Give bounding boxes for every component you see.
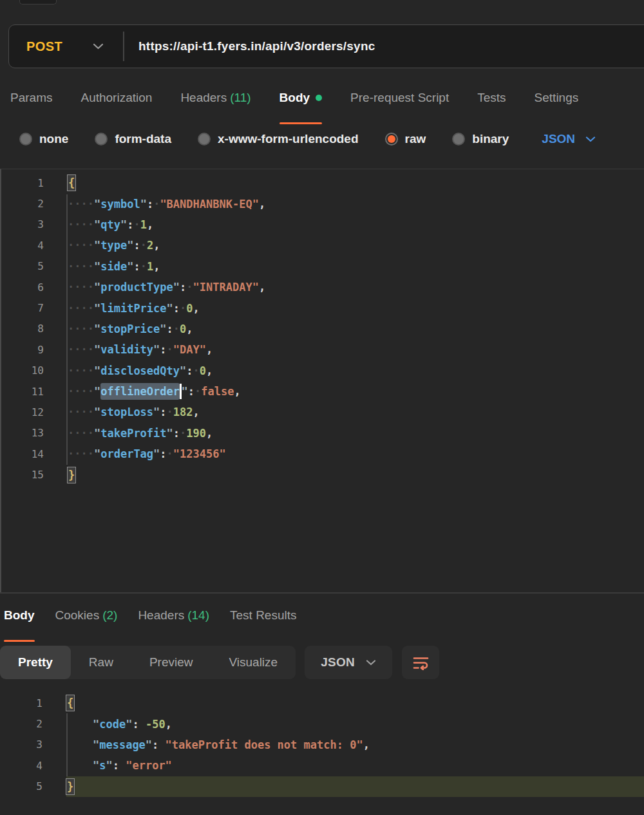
radio-button-icon[interactable] (95, 133, 108, 145)
radio-button-icon[interactable] (385, 133, 398, 145)
code-line[interactable]: 9····"validity":·"DAY", (1, 339, 644, 360)
code-content[interactable]: ····"takeProfit":·190, (68, 427, 644, 440)
code-content[interactable]: ····"side":·1, (68, 260, 644, 273)
response-tab-headers[interactable]: Headers(14) (138, 608, 209, 633)
request-url-bar: POST https://api-t1.fyers.in/api/v3/orde… (8, 24, 644, 68)
view-raw[interactable]: Raw (71, 646, 131, 679)
unsaved-changes-dot-icon (316, 95, 322, 101)
tab-label: Tests (477, 91, 506, 104)
word-wrap-icon (412, 655, 430, 670)
line-number: 9 (1, 344, 45, 356)
code-line[interactable]: 5····"side":·1, (1, 256, 644, 277)
code-content[interactable]: ····"disclosedQty":·0, (68, 364, 644, 377)
code-content[interactable]: "message": "takeProfit does not match: 0… (66, 738, 644, 751)
code-line[interactable]: 1{ (1, 173, 644, 193)
response-tab-test-results[interactable]: Test Results (230, 608, 296, 633)
radio-button-icon[interactable] (452, 133, 465, 145)
tab-authorization[interactable]: Authorization (80, 90, 152, 116)
code-content[interactable]: } (68, 467, 644, 483)
code-content[interactable]: "s": "error" (66, 759, 644, 772)
code-line[interactable]: 3 "message": "takeProfit does not match:… (0, 735, 644, 755)
response-tab-body[interactable]: Body (4, 608, 35, 633)
code-line[interactable]: 7····"limitPrice":·0, (1, 297, 644, 318)
code-content[interactable]: ····"stopLoss":·182, (68, 406, 644, 418)
tab-tests[interactable]: Tests (477, 90, 506, 116)
chevron-down-icon (585, 136, 596, 142)
code-line[interactable]: 14····"orderTag":·"123456" (1, 444, 644, 464)
response-format-dropdown[interactable]: JSON (305, 646, 392, 679)
line-number: 4 (0, 760, 44, 772)
line-number: 7 (1, 302, 45, 314)
word-wrap-button[interactable] (402, 646, 439, 679)
radio-button-icon[interactable] (198, 133, 211, 145)
body-type-option-x-www-form-urlencoded[interactable]: x-www-form-urlencoded (198, 132, 359, 146)
tab-headers[interactable]: Headers(11) (180, 90, 251, 116)
code-content[interactable]: ····"stopPrice":·0, (68, 323, 644, 335)
code-line[interactable]: 3····"qty":·1, (1, 214, 644, 235)
response-pane-divider[interactable] (0, 592, 644, 594)
body-type-option-form-data[interactable]: form-data (95, 132, 171, 146)
code-content[interactable]: ····"symbol":·"BANDHANBNK-EQ", (68, 198, 644, 211)
code-line[interactable]: 13····"takeProfit":·190, (1, 423, 644, 444)
code-content[interactable]: "code": -50, (66, 718, 644, 731)
response-view-switcher: PrettyRawPreviewVisualize (0, 646, 296, 679)
response-tab-cookies[interactable]: Cookies(2) (55, 608, 118, 633)
code-line[interactable]: 5} (0, 776, 644, 797)
body-type-label: x-www-form-urlencoded (218, 132, 359, 146)
view-pretty[interactable]: Pretty (0, 646, 71, 679)
tab-params[interactable]: Params (10, 90, 52, 116)
code-content[interactable]: ····"limitPrice":·0, (68, 302, 644, 315)
view-visualize[interactable]: Visualize (211, 646, 296, 679)
tab-label: Params (10, 91, 52, 104)
line-number: 1 (0, 697, 44, 709)
code-line[interactable]: 1{ (0, 693, 644, 713)
code-line[interactable]: 2····"symbol":·"BANDHANBNK-EQ", (1, 193, 644, 214)
indent-guide (66, 194, 68, 465)
code-line[interactable]: 8····"stopPrice":·0, (1, 319, 644, 339)
request-body-editor[interactable]: 1{2····"symbol":·"BANDHANBNK-EQ",3····"q… (0, 169, 644, 593)
code-content[interactable]: ····"orderTag":·"123456" (68, 447, 644, 460)
line-number: 5 (1, 260, 45, 272)
method-chevron-down-icon[interactable] (93, 43, 104, 50)
body-type-option-raw[interactable]: raw (385, 132, 426, 146)
code-content[interactable]: } (66, 776, 644, 797)
code-line[interactable]: 11····"offlineOrder":·false, (1, 381, 644, 402)
tab-body[interactable]: Body (279, 90, 323, 116)
tab-label: Headers (180, 91, 227, 104)
code-content[interactable]: ····"productType":·"INTRADAY", (68, 281, 644, 294)
code-content[interactable]: ····"qty":·1, (68, 218, 644, 231)
code-content[interactable]: ····"type":·2, (68, 239, 644, 252)
response-tab-label: Test Results (230, 608, 296, 622)
code-line[interactable]: 6····"productType":·"INTRADAY", (1, 277, 644, 297)
indent-guide (66, 713, 68, 776)
body-type-option-none[interactable]: none (19, 132, 68, 146)
line-number: 8 (1, 323, 45, 335)
code-line[interactable]: 4 "s": "error" (0, 755, 644, 776)
code-content[interactable]: ····"validity":·"DAY", (68, 343, 644, 356)
code-content[interactable]: { (66, 695, 644, 711)
request-tab-remnant (19, 0, 57, 5)
code-line[interactable]: 4····"type":·2, (1, 235, 644, 256)
body-type-option-binary[interactable]: binary (452, 132, 509, 146)
tab-pre-request-script[interactable]: Pre-request Script (350, 90, 449, 116)
tab-settings[interactable]: Settings (535, 90, 579, 116)
response-tab-label: Headers (138, 608, 184, 622)
body-format-label: JSON (542, 132, 575, 146)
code-line[interactable]: 2 "code": -50, (0, 713, 644, 734)
url-bar-divider (123, 32, 124, 61)
radio-button-icon[interactable] (19, 133, 32, 145)
tab-count-badge: (14) (187, 608, 209, 622)
view-preview[interactable]: Preview (131, 646, 211, 679)
code-content[interactable]: ····"offlineOrder":·false, (68, 383, 644, 400)
url-input[interactable]: https://api-t1.fyers.in/api/v3/orders/sy… (138, 39, 375, 53)
code-line[interactable]: 15} (1, 464, 644, 485)
code-content[interactable]: { (68, 175, 644, 191)
code-line[interactable]: 10····"disclosedQty":·0, (1, 361, 644, 381)
response-tab-label: Body (4, 608, 35, 622)
response-tab-label: Cookies (55, 608, 100, 622)
line-number: 3 (1, 218, 45, 230)
body-format-dropdown[interactable]: JSON (542, 132, 596, 146)
method-selector[interactable]: POST (26, 39, 62, 54)
response-body-viewer[interactable]: 1{2 "code": -50,3 "message": "takeProfit… (0, 693, 644, 800)
code-line[interactable]: 12····"stopLoss":·182, (1, 402, 644, 422)
